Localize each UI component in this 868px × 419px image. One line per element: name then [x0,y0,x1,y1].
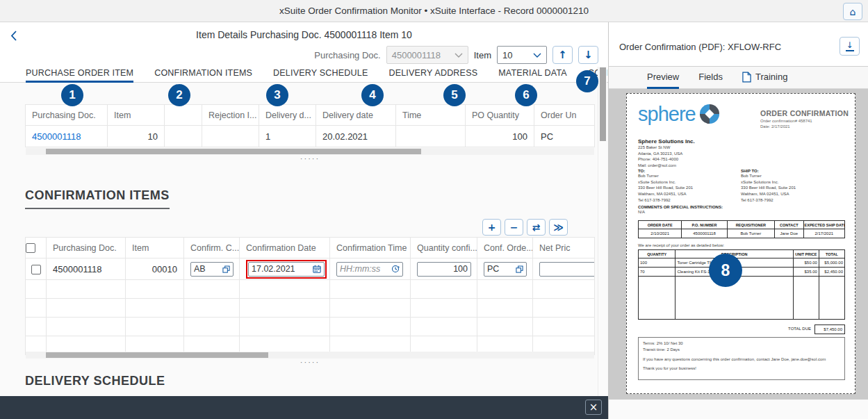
purchasing-doc-link[interactable]: 4500001118 [32,131,81,142]
close-icon: × [589,402,598,413]
detail-tab-strip: PURCHASE ORDER ITEM CONFIRMATION ITEMS D… [0,66,608,83]
next-item-button[interactable]: ↓ [578,46,598,64]
tab-preview[interactable]: Preview [647,67,679,89]
confirmation-item-row: 4500001118 00010 [26,258,595,280]
add-row-button[interactable]: + [482,219,501,236]
arrow-down-icon: ↓ [584,49,593,61]
tab-confirmation-items[interactable]: CONFIRMATION ITEMS [154,66,252,83]
value-help-icon[interactable] [222,265,230,273]
confirm-category-field[interactable] [190,262,234,277]
confirmation-time-input[interactable] [340,264,389,274]
terms-box: Terms: 2% 10/ Net 30 Transit time: 2 Day… [638,337,845,380]
col-item: Item [108,105,165,126]
annotation-badge-4: 4 [361,84,384,106]
home-button[interactable]: ⌂ [843,3,862,20]
col-confirm-category: Confirm. C... [184,238,240,258]
col-rejection: Rejection I... [202,105,259,126]
col-select-all [26,238,47,258]
resize-grip[interactable]: ····· [268,156,352,161]
confirm-category-input[interactable] [194,264,220,274]
conf-order-unit-input[interactable] [487,264,514,274]
section-heading-delivery-schedule: DELIVERY SCHEDULE [25,374,165,388]
tab-delivery-address[interactable]: DELIVERY ADDRESS [388,66,477,83]
document-title: ORDER CONFIRMATION [760,109,849,117]
refresh-button[interactable]: ⇄ [527,219,546,236]
tab-material-data[interactable]: MATERIAL DATA [498,66,567,83]
download-icon-bar [846,50,854,51]
cell-item: 00010 [126,258,184,280]
confirmation-date-field[interactable] [248,262,325,277]
scrollbar-thumb[interactable] [46,149,421,154]
resize-grip[interactable]: ····· [268,359,352,365]
conf-order-unit-field[interactable] [484,262,527,277]
calendar-icon[interactable] [313,265,321,273]
col-conf-order-unit: Conf. Orde... [477,238,533,258]
total-due-value: $7,450.00 [814,324,845,334]
page-title: Item Details Purchasing Doc. 4500001118 … [0,29,608,40]
document-navigator: Purchasing Doc. 4500001118 Item 10 ↑ ↓ [314,45,598,65]
annotation-badge-3: 3 [266,84,288,106]
row-checkbox[interactable] [31,265,41,274]
col-confirmation-time: Confirmation Time [330,238,411,258]
close-message-bar-button[interactable]: × [585,400,602,415]
net-price-field[interactable] [539,262,595,277]
pdf-panel-title: Order Confirmation (PDF): XFLOW-RFC [619,42,781,52]
ship-to-block: SHIP TO: Bob Turner xSuite Solutions Inc… [741,169,844,203]
table-row: 4500001118 10 1 20.02.2021 100 PC [26,126,595,147]
arrow-up-icon: ↑ [558,49,567,61]
clock-icon[interactable] [391,265,400,273]
download-button[interactable]: ↓ [840,37,860,56]
col-delivery-d: Delivery d... [259,105,316,126]
previous-item-button[interactable]: ↑ [552,46,573,64]
document-date: Date: 2/17/2021 [760,124,849,129]
chevron-down-icon [455,53,463,58]
col-time: Time [396,105,466,126]
confirmation-date-input[interactable] [252,264,311,274]
col-po-quantity: PO Quantity [466,105,534,126]
purchase-order-item-table: Purchasing Doc. Item Rejection I... Deli… [25,104,595,147]
quantity-confirmed-field[interactable] [417,262,471,277]
message-bar: × [0,396,608,419]
app-window: xSuite Order Confirmation Monitor • xSui… [0,0,868,419]
vertical-scrollbar[interactable] [598,67,607,396]
tab-purchase-order-item[interactable]: PURCHASE ORDER ITEM [26,66,133,83]
panel-footer-strip [609,400,868,419]
vendor-address-block: Sphere Solutions Inc. 225 Baker St NW At… [638,138,695,169]
download-icon: ↓ [846,42,853,49]
comments-block: COMMENTS OR SPECIAL INSTRUCTIONS: N/A [638,205,723,215]
cell-item: 10 [108,126,165,147]
col-item: Item [126,238,184,258]
cell-conf-order-unit [477,258,533,280]
item-select[interactable]: 10 [497,46,547,64]
pdf-tab-strip: Preview Fields Training [609,66,868,89]
pinwheel-logo-icon [699,104,720,124]
cell-rejection [202,126,259,147]
cell-po-quantity: 100 [466,126,534,147]
empty-space-row [639,277,845,320]
tab-training[interactable]: Training [742,67,787,89]
chevron-down-icon [533,53,541,58]
cell-order-unit: PC [534,126,595,147]
tab-fields[interactable]: Fields [698,67,723,89]
process-button[interactable]: ≫ [549,219,568,236]
total-due-row: TOTAL DUE $7,450.00 [638,324,845,334]
cell-confirmation-date [240,258,330,280]
empty-row [26,280,595,299]
tab-delivery-schedule[interactable]: DELIVERY SCHEDULE [273,66,368,83]
net-price-input[interactable] [543,264,594,274]
confirmation-items-table: Purchasing Doc. Item Confirm. C... Confi… [25,237,595,355]
col-purchasing-doc: Purchasing Doc. [47,238,126,258]
order-info-table: ORDER DATE P.O. NUMBER REQUISITIONER CON… [638,220,845,238]
highlighted-field-outline [246,260,327,279]
quantity-confirmed-input[interactable] [420,264,468,274]
scrollbar-thumb[interactable] [46,352,268,358]
annotation-badge-2: 2 [168,84,190,106]
annotation-badge-5: 5 [443,84,466,106]
pdf-viewer-panel: Order Confirmation (PDF): XFLOW-RFC ↓ Pr… [608,22,868,419]
value-help-icon[interactable] [516,265,523,273]
home-icon: ⌂ [850,6,856,17]
scrollbar-thumb[interactable] [600,67,606,141]
remove-row-button[interactable]: − [505,219,523,236]
confirmation-time-field[interactable] [336,262,403,277]
select-all-checkbox[interactable] [26,243,35,253]
